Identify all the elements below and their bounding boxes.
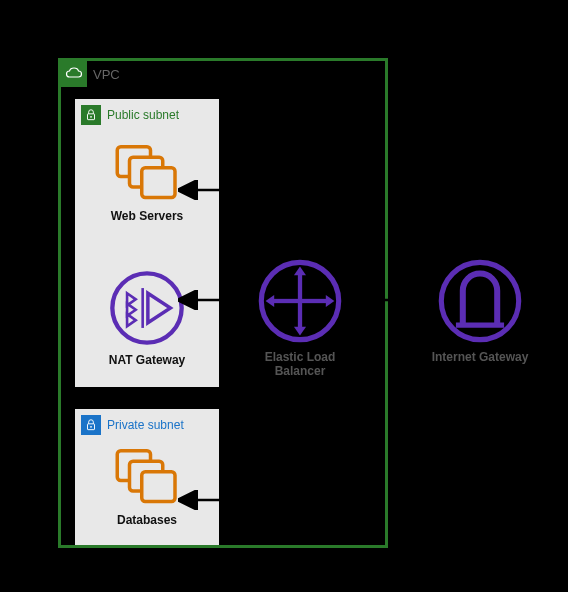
arrow-elb-to-webservers [180,190,252,300]
arrow-elb-to-databases [180,300,252,500]
connection-arrows [0,0,568,592]
